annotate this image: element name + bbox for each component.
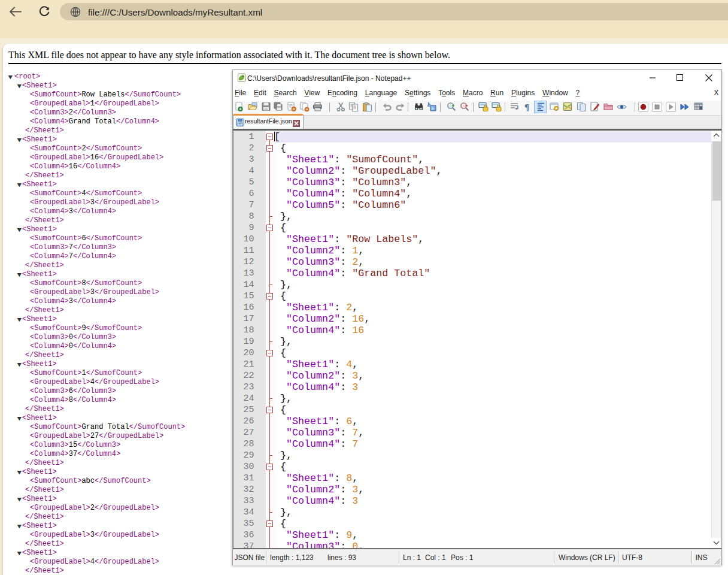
svg-text:b: b	[431, 106, 433, 111]
svg-text:b: b	[427, 102, 430, 108]
svg-text:¶: ¶	[524, 102, 529, 112]
